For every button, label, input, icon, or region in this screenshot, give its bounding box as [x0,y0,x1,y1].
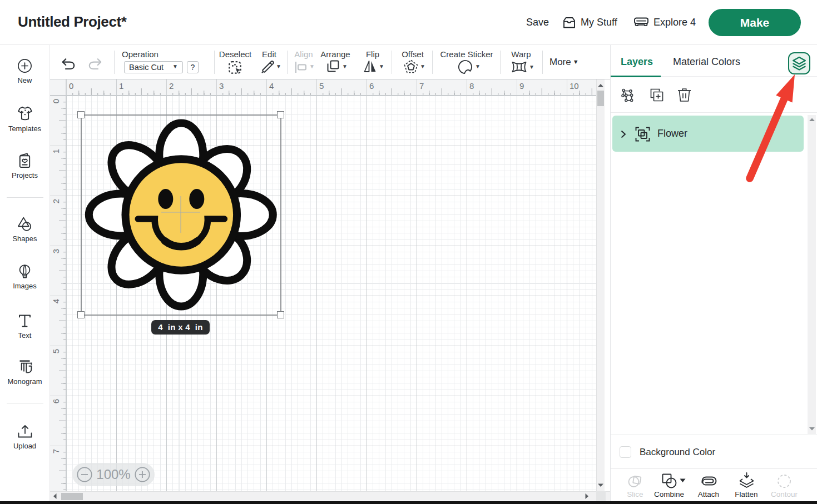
svg-text:7: 7 [51,449,61,453]
svg-text:3: 3 [219,81,224,91]
svg-text:6: 6 [51,399,61,403]
svg-text:4: 4 [269,81,274,91]
svg-text:2: 2 [169,81,174,91]
svg-text:3: 3 [51,249,61,253]
svg-text:100%: 100% [96,467,130,482]
svg-text:2: 2 [51,199,61,203]
svg-text:8: 8 [469,81,474,91]
svg-text:5: 5 [51,349,61,353]
svg-text:0: 0 [69,81,73,91]
svg-text:9: 9 [519,81,524,91]
svg-text:0: 0 [51,99,61,103]
svg-text:5: 5 [319,81,324,91]
svg-text:7: 7 [419,81,424,91]
svg-text:4: 4 [51,299,61,303]
svg-text:1: 1 [119,81,123,91]
svg-text:1: 1 [51,149,61,153]
svg-text:10: 10 [570,81,579,91]
svg-text:6: 6 [369,81,374,91]
